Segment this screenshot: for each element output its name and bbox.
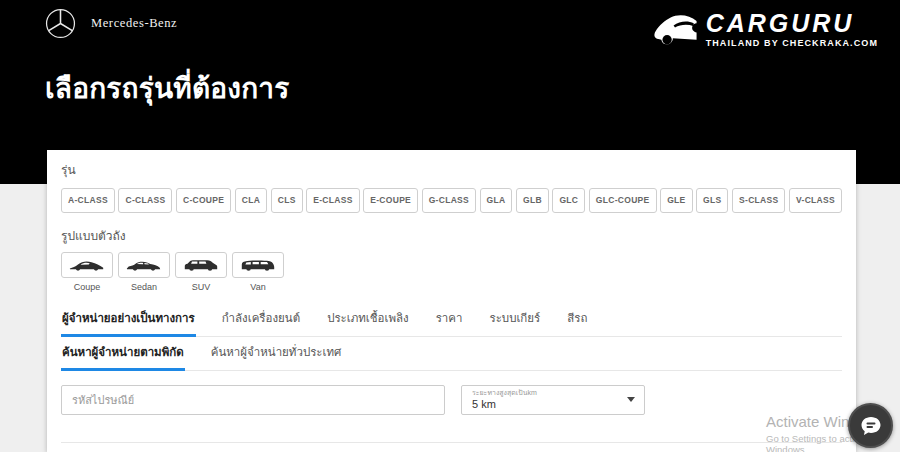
tab-item[interactable]: ประเภทเชื้อเพลิง: [326, 304, 410, 336]
distance-select[interactable]: ระยะทางสูงสุดเป็นkm 5 km: [461, 385, 645, 415]
postcode-input[interactable]: [61, 385, 445, 415]
chat-bubble-icon: [859, 414, 883, 438]
model-button[interactable]: GLB: [516, 188, 549, 213]
chevron-down-icon: [627, 397, 635, 402]
model-button[interactable]: GLE: [660, 188, 692, 213]
divider: [61, 442, 842, 443]
model-button[interactable]: GLC-COUPE: [589, 188, 657, 213]
model-button[interactable]: A-CLASS: [61, 188, 115, 213]
body-type-sedan-label: Sedan: [131, 282, 157, 292]
mercedes-star-icon[interactable]: [45, 8, 76, 39]
body-type-van-label: Van: [250, 282, 265, 292]
van-icon: [240, 258, 276, 272]
model-button[interactable]: S-CLASS: [732, 188, 785, 213]
filter-card: รุ่น A-CLASS C-CLASS C-COUPE CLA CLS E-C…: [47, 150, 856, 452]
carguru-logo[interactable]: CARGURU THAILAND BY CHECKRAKA.COM: [652, 10, 878, 48]
tab-item[interactable]: ระบบเกียร์: [488, 304, 541, 336]
body-type-suv-button[interactable]: [175, 252, 227, 278]
carguru-title: CARGURU: [706, 11, 855, 36]
model-button[interactable]: C-CLASS: [118, 188, 172, 213]
tab-item[interactable]: สีรถ: [566, 304, 588, 336]
body-section-label: รูปแบบตัวถัง: [61, 226, 842, 245]
model-button[interactable]: V-CLASS: [789, 188, 842, 213]
body-type-coupe-label: Coupe: [74, 282, 101, 292]
model-section-label: รุ่น: [61, 160, 842, 179]
chat-widget-button[interactable]: [848, 403, 893, 448]
model-button[interactable]: E-COUPE: [363, 188, 418, 213]
brand-name: Mercedes-Benz: [91, 16, 177, 31]
body-type-van-button[interactable]: [232, 252, 284, 278]
model-button[interactable]: G-CLASS: [422, 188, 476, 213]
tab-item[interactable]: ผู้จำหน่ายอย่างเป็นทางการ: [61, 304, 196, 336]
model-button[interactable]: CLA: [235, 188, 267, 213]
distance-select-label: ระยะทางสูงสุดเป็นkm: [472, 389, 620, 397]
coupe-icon: [69, 258, 105, 272]
subtab-item[interactable]: ค้นหาผู้จำหน่ายทั่วประเทศ: [210, 338, 343, 370]
model-button[interactable]: E-CLASS: [306, 188, 359, 213]
main-tabs: ผู้จำหน่ายอย่างเป็นทางการ กำลังเครื่องยน…: [61, 304, 842, 337]
model-button-row: A-CLASS C-CLASS C-COUPE CLA CLS E-CLASS …: [61, 188, 842, 213]
body-type-suv-label: SUV: [192, 282, 211, 292]
tab-item[interactable]: ราคา: [435, 304, 464, 336]
model-button[interactable]: C-COUPE: [176, 188, 231, 213]
body-type-sedan-button[interactable]: [118, 252, 170, 278]
dealer-subtabs: ค้นหาผู้จำหน่ายตามพิกัด ค้นหาผู้จำหน่ายท…: [61, 338, 842, 371]
carguru-tagline: THAILAND BY CHECKRAKA.COM: [706, 38, 878, 48]
dealer-search-form: ระยะทางสูงสุดเป็นkm 5 km: [61, 385, 842, 415]
model-button[interactable]: GLC: [552, 188, 585, 213]
suv-icon: [183, 258, 219, 272]
page-title: เลือกรถรุ่นที่ต้องการ: [45, 66, 290, 110]
model-button[interactable]: GLS: [696, 188, 728, 213]
body-type-row: Coupe Sedan SUV: [61, 252, 842, 292]
model-button[interactable]: CLS: [271, 188, 303, 213]
tab-item[interactable]: กำลังเครื่องยนต์: [221, 304, 301, 336]
topbar: Mercedes-Benz: [45, 8, 177, 39]
distance-select-value: 5 km: [472, 397, 620, 411]
model-button[interactable]: GLA: [480, 188, 513, 213]
subtab-item[interactable]: ค้นหาผู้จำหน่ายตามพิกัด: [61, 338, 185, 370]
carguru-car-icon: [652, 10, 698, 48]
body-type-coupe-button[interactable]: [61, 252, 113, 278]
sedan-icon: [126, 258, 162, 272]
